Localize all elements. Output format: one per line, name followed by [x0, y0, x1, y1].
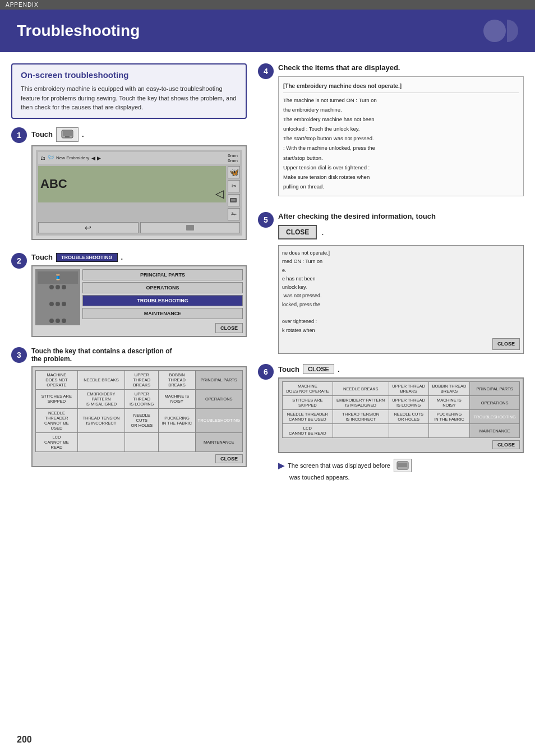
s6-cell-bobbin[interactable]: BOBBIN THREADBREAKS: [428, 382, 470, 396]
step5-screens: ne does not operate.] rned ON : Turn on …: [278, 245, 524, 354]
info-line7: start/stop button.: [283, 153, 519, 163]
title-section: Troubleshooting: [0, 10, 535, 52]
cell-threader[interactable]: NEEDLE THREADERCANNOT BE USED: [36, 408, 78, 432]
s6-cell-machine[interactable]: MACHINEDOES NOT OPERATE: [283, 382, 333, 396]
scroll-line6: was not pressed.: [282, 292, 520, 300]
step2-body: Touch TROUBLESHOOTING . 🧵: [31, 253, 247, 337]
close-btn-step3[interactable]: CLOSE: [215, 454, 243, 463]
cell-maintenance[interactable]: MAINTENANCE: [195, 432, 242, 451]
s6-empty3: [428, 424, 470, 438]
icon-back[interactable]: ↩: [38, 222, 139, 233]
s6-cell-upper[interactable]: UPPER THREADBREAKS: [389, 382, 428, 396]
menu-image-area: 🧵: [35, 269, 80, 325]
svg-rect-1: [63, 131, 72, 136]
onscreen-heading: On-screen troubleshooting: [21, 70, 237, 80]
icon-animals[interactable]: 🦋: [228, 166, 240, 178]
cell-operations[interactable]: OPERATIONS: [195, 389, 242, 408]
s6-empty1: [333, 424, 389, 438]
step2-touch-text: Touch: [31, 253, 53, 261]
icon-scissors[interactable]: ✁: [228, 208, 240, 220]
troubleshooting-btn[interactable]: TROUBLESHOOTING: [56, 253, 118, 262]
cell-needle[interactable]: NEEDLE BREAKS: [77, 370, 124, 389]
arrow-icon: ▶: [278, 461, 284, 470]
step3-body: Touch the key that contains a descriptio…: [31, 347, 247, 467]
close-btn-step5[interactable]: CLOSE: [278, 225, 317, 239]
step3-badge: 3: [11, 347, 27, 363]
step6-row: 6 Touch CLOSE . MACHINEDOES NOT OPERATE …: [258, 364, 524, 481]
table-row: LCDCANNOT BE READ MAINTENANCE: [36, 432, 243, 451]
close-btn-step6-table[interactable]: CLOSE: [492, 440, 520, 449]
step1-row: 1 Touch .: [11, 127, 247, 243]
step5-body: After checking the desired information, …: [278, 212, 524, 354]
step2-dot: .: [121, 253, 123, 261]
s6-cell-puckering[interactable]: PUCKERINGIN THE FABRIC: [428, 410, 470, 424]
cell-lcd[interactable]: LCDCANNOT BE READ: [36, 432, 78, 451]
step1-touch-text: Touch: [31, 130, 53, 139]
toolbar-coords: 0mm0mm: [228, 153, 238, 163]
step3-text1: Touch the key that contains a descriptio…: [31, 347, 172, 355]
step6-label: Touch CLOSE .: [278, 364, 524, 374]
cell-upper-loop[interactable]: UPPER THREADIS LOOPING: [125, 389, 159, 408]
operations-btn[interactable]: OPERATIONS: [82, 282, 243, 293]
dots-row1: [38, 285, 78, 289]
info-line9: Make sure tension disk rotates when: [283, 172, 519, 182]
cell-empty2: [125, 432, 159, 451]
table-row: NEEDLE THREADERCANNOT BE USED THREAD TEN…: [36, 408, 243, 432]
step1-icon-btn[interactable]: [56, 127, 79, 142]
menu-screen-step2: 🧵: [31, 265, 247, 337]
step5-title-text: After checking the desired information, …: [278, 212, 436, 220]
s6-cell-lcd[interactable]: LCDCANNOT BE READ: [283, 424, 333, 438]
cell-upper[interactable]: UPPER THREADBREAKS: [125, 370, 159, 389]
cell-puckering[interactable]: PUCKERINGIN THE FABRIC: [159, 408, 195, 432]
info-box-step4: [The embroidery machine does not operate…: [278, 76, 524, 196]
table-row: MACHINEDOES NOT OPERATE NEEDLE BREAKS UP…: [36, 370, 243, 389]
step3-row: 3 Touch the key that contains a descript…: [11, 347, 247, 467]
cell-principal[interactable]: PRINCIPAL PARTS: [195, 370, 242, 389]
scroll-line4: e has not been: [282, 275, 520, 283]
s6-cell-maintenance[interactable]: MAINTENANCE: [470, 424, 520, 438]
step5-row: 5 After checking the desired information…: [258, 212, 524, 354]
s6-cell-threader[interactable]: NEEDLE THREADERCANNOT BE USED: [283, 410, 333, 424]
content-wrapper: On-screen troubleshooting This embroider…: [0, 63, 535, 491]
bracket-title: [The embroidery machine does not operate…: [283, 81, 519, 93]
cell-emb-pattern[interactable]: EMBROIDERY PATTERNIS MISALIGNED: [77, 389, 124, 408]
s6-cell-tension[interactable]: THREAD TENSIONIS INCORRECT: [333, 410, 389, 424]
close-btn-scroll[interactable]: CLOSE: [492, 338, 520, 350]
principal-parts-btn[interactable]: PRINCIPAL PARTS: [82, 269, 243, 280]
step4-title: Check the items that are displayed.: [278, 63, 524, 72]
screen-toolbar: 🗂 🪡 New Embroidery ◀ ▶ 0mm0mm: [38, 152, 240, 164]
bottom-row: ↩: [38, 222, 240, 233]
onscreen-description: This embroidery machine is equipped with…: [21, 84, 237, 112]
s6-cell-needle[interactable]: NEEDLE BREAKS: [333, 382, 389, 396]
cell-empty3: [159, 432, 195, 451]
icon-machine[interactable]: [228, 194, 240, 206]
cell-needle-cuts[interactable]: NEEDLE CUTSOR HOLES: [125, 408, 159, 432]
icon-sewing[interactable]: ✂: [228, 180, 240, 192]
icon-end[interactable]: [140, 222, 241, 233]
cell-bobbin[interactable]: BOBBIN THREADBREAKS: [159, 370, 195, 389]
s6-cell-cuts[interactable]: NEEDLE CUTSOR HOLES: [389, 410, 428, 424]
cell-stitches[interactable]: STITCHES ARESKIPPED: [36, 389, 78, 408]
s6-cell-principal[interactable]: PRINCIPAL PARTS: [470, 382, 520, 396]
table-row: STITCHES ARESKIPPED EMBROIDERY PATTERNIS…: [283, 396, 520, 410]
screen-display: ABC ◁: [38, 166, 226, 202]
cell-troubleshooting[interactable]: TROUBLESHOOTING: [195, 408, 242, 432]
cell-noisy[interactable]: MACHINE ISNOISY: [159, 389, 195, 408]
s6-cell-operations[interactable]: OPERATIONS: [470, 396, 520, 410]
s6-cell-stitches[interactable]: STITCHES ARESKIPPED: [283, 396, 333, 410]
info-line3: The embroidery machine has not been: [283, 114, 519, 124]
problem-table: MACHINEDOES NOT OPERATE NEEDLE BREAKS UP…: [35, 370, 243, 452]
close-btn-step2[interactable]: CLOSE: [215, 323, 243, 333]
s6-cell-looping[interactable]: UPPER THREADIS LOOPING: [389, 396, 428, 410]
machine-img3: [38, 308, 78, 316]
troubleshooting-menu-btn[interactable]: TROUBLESHOOTING: [82, 295, 243, 306]
cell-tension[interactable]: THREAD TENSIONIS INCORRECT: [77, 408, 124, 432]
s6-cell-emb[interactable]: EMBROIDERY PATTERNIS MISALIGNED: [333, 396, 389, 410]
maintenance-btn[interactable]: MAINTENANCE: [82, 308, 243, 319]
s6-cell-troubleshooting[interactable]: TROUBLESHOOTING: [470, 410, 520, 424]
svg-rect-2: [65, 136, 70, 137]
close-btn-step6[interactable]: CLOSE: [303, 364, 334, 374]
s6-cell-noisy[interactable]: MACHINE ISNOISY: [428, 396, 470, 410]
cell-machine[interactable]: MACHINEDOES NOT OPERATE: [36, 370, 78, 389]
svg-rect-4: [231, 199, 236, 201]
